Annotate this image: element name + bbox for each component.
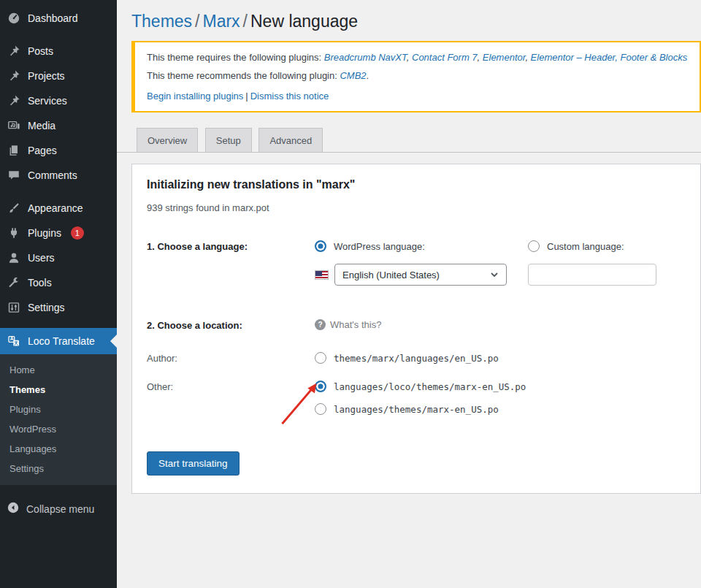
breadcrumb-separator: /	[240, 12, 250, 31]
other-label: Other:	[147, 381, 315, 392]
new-language-panel: Initializing new translations in "marx" …	[131, 164, 701, 494]
sidebar-item-label: Settings	[28, 302, 65, 313]
submenu-item-settings[interactable]: Settings	[0, 459, 117, 478]
help-icon: ?	[315, 319, 326, 330]
other-location-radio-languages[interactable]	[315, 403, 326, 415]
dashboard-icon	[7, 11, 21, 26]
plug-icon	[7, 226, 21, 240]
sidebar-item-media[interactable]: Media	[0, 113, 117, 138]
page-title: New language	[250, 12, 358, 31]
custom-language-radio[interactable]	[528, 240, 540, 252]
whats-this-link[interactable]: ? What's this?	[315, 319, 528, 330]
dismiss-notice-link[interactable]: Dismiss this notice	[250, 91, 329, 102]
sidebar-item-loco-translate[interactable]: A Loco Translate	[0, 328, 117, 354]
submenu-item-languages[interactable]: Languages	[0, 439, 117, 459]
chevron-down-icon	[490, 270, 499, 279]
sidebar-item-posts[interactable]: Posts	[0, 39, 117, 64]
us-flag-icon	[315, 270, 329, 280]
begin-installing-plugins-link[interactable]: Begin installing plugins	[147, 91, 243, 102]
breadcrumb: Themes/Marx/New language	[117, 0, 701, 31]
other-location-path-languages: languages/themes/marx-en_US.po	[334, 404, 499, 415]
author-location-path: themes/marx/languages/en_US.po	[334, 353, 499, 364]
required-plugins-line: This theme requires the following plugin…	[147, 52, 688, 63]
sidebar-item-label: Comments	[28, 169, 77, 181]
submenu-item-themes[interactable]: Themes	[0, 380, 117, 400]
sidebar-item-pages[interactable]: Pages	[0, 138, 117, 163]
author-location-row: Author: themes/marx/languages/en_US.po	[147, 352, 686, 364]
collapse-menu-button[interactable]: Collapse menu	[0, 495, 117, 522]
media-icon	[7, 118, 21, 133]
sidebar-item-label: Pages	[28, 145, 57, 156]
sidebar-item-users[interactable]: Users	[0, 245, 117, 270]
plugin-link-elementor[interactable]: Elementor	[483, 52, 526, 63]
sidebar-item-label: Services	[28, 95, 67, 107]
pin-icon	[7, 44, 21, 58]
sidebar-item-services[interactable]: Services	[0, 88, 117, 113]
other-location-radio-loco[interactable]	[315, 381, 326, 392]
notice-actions: Begin installing plugins|Dismiss this no…	[147, 91, 688, 102]
submenu-item-home[interactable]: Home	[0, 360, 117, 380]
recommended-plugin-line: This theme recommends the following plug…	[147, 70, 688, 81]
plugins-update-badge: 1	[71, 226, 84, 240]
sidebar-item-dashboard[interactable]: Dashboard	[0, 6, 117, 31]
comments-icon	[7, 168, 21, 183]
custom-language-label: Custom language:	[547, 241, 624, 252]
breadcrumb-separator: /	[192, 12, 202, 31]
other-location-row: Other: languages/loco/themes/marx-en_US.…	[147, 381, 686, 415]
breadcrumb-marx-link[interactable]: Marx	[202, 12, 240, 31]
sidebar-item-label: Appearance	[28, 202, 83, 214]
required-plugins-text: This theme requires the following plugin…	[147, 52, 324, 63]
choose-location-label: 2. Choose a location:	[147, 319, 315, 331]
plugin-link-cmb2[interactable]: CMB2	[340, 70, 366, 81]
breadcrumb-themes-link[interactable]: Themes	[131, 12, 192, 31]
wordpress-language-label: WordPress language:	[334, 241, 425, 252]
sidebar-item-tools[interactable]: Tools	[0, 270, 117, 295]
menu-separator	[0, 188, 117, 196]
recommended-plugin-text: This theme recommends the following plug…	[147, 70, 340, 81]
sidebar-item-appearance[interactable]: Appearance	[0, 196, 117, 221]
custom-language-input[interactable]	[528, 264, 656, 286]
wordpress-admin: Dashboard Posts Projects Services	[0, 0, 701, 588]
strings-found-text: 939 strings found in marx.pot	[147, 202, 686, 213]
sidebar-item-plugins[interactable]: Plugins 1	[0, 221, 117, 245]
plugin-separator: ,	[478, 52, 483, 63]
plugin-link-breadcrumb-navxt[interactable]: Breadcrumb NavXT	[324, 52, 407, 63]
wordpress-language-radio[interactable]	[315, 240, 326, 252]
sidebar-item-comments[interactable]: Comments	[0, 163, 117, 188]
submenu-item-wordpress[interactable]: WordPress	[0, 419, 117, 439]
tab-setup[interactable]: Setup	[205, 128, 252, 152]
user-icon	[7, 251, 21, 265]
svg-text:A: A	[10, 336, 14, 341]
language-select[interactable]: English (United States)	[334, 264, 507, 286]
pin-icon	[7, 93, 21, 108]
plugin-separator: ,	[525, 52, 530, 63]
admin-sidebar: Dashboard Posts Projects Services	[0, 0, 117, 588]
sidebar-item-label: Projects	[28, 70, 65, 82]
submenu-item-plugins[interactable]: Plugins	[0, 400, 117, 419]
tab-overview[interactable]: Overview	[137, 128, 198, 152]
loco-translate-submenu: Home Themes Plugins WordPress Languages …	[0, 354, 117, 485]
plugin-link-elementor-hfb[interactable]: Elementor – Header, Footer & Blocks Te	[531, 52, 688, 63]
sidebar-item-label: Dashboard	[28, 12, 78, 24]
loco-translate-icon: A	[7, 334, 21, 348]
start-translating-button[interactable]: Start translating	[147, 451, 240, 476]
tab-bar: Overview Setup Advanced	[117, 128, 701, 153]
language-select-value: English (United States)	[342, 270, 440, 280]
sidebar-item-label: Tools	[28, 277, 52, 289]
menu-separator	[0, 31, 117, 39]
sidebar-item-label: Media	[28, 120, 55, 131]
action-separator: |	[243, 91, 250, 102]
tgmpa-plugin-notice: This theme requires the following plugin…	[131, 41, 701, 112]
custom-language-group: Custom language:	[528, 240, 686, 286]
sidebar-item-settings[interactable]: Settings	[0, 295, 117, 320]
sidebar-item-projects[interactable]: Projects	[0, 64, 117, 88]
choose-language-row: 1. Choose a language: WordPress language…	[147, 240, 686, 286]
tab-advanced[interactable]: Advanced	[258, 128, 323, 152]
period: .	[367, 70, 369, 81]
plugin-link-contact-form-7[interactable]: Contact Form 7	[412, 52, 478, 63]
sidebar-item-label: Loco Translate	[28, 335, 95, 347]
new-language-form: 1. Choose a language: WordPress language…	[147, 240, 686, 476]
collapse-arrow-icon	[7, 501, 20, 516]
author-location-radio[interactable]	[315, 352, 326, 364]
admin-content: Themes/Marx/New language This theme requ…	[117, 0, 701, 588]
